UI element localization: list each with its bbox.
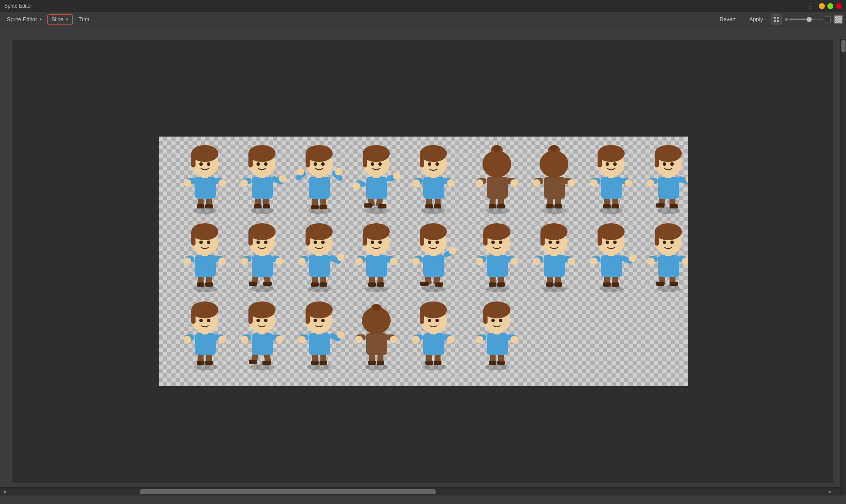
- svg-rect-23: [254, 204, 262, 208]
- svg-point-66: [371, 162, 374, 166]
- svg-rect-55: [364, 203, 372, 208]
- svg-point-142: [193, 285, 217, 292]
- svg-rect-24: [263, 204, 270, 208]
- svg-point-156: [199, 241, 203, 244]
- svg-point-222: [485, 285, 509, 292]
- svg-rect-243: [544, 255, 565, 277]
- svg-point-141: [670, 162, 674, 166]
- svg-point-61: [393, 172, 400, 180]
- svg-point-150: [184, 257, 191, 265]
- svg-rect-321: [311, 361, 319, 365]
- svg-point-135: [647, 179, 654, 187]
- svg-rect-337: [368, 361, 376, 365]
- alpha-button[interactable]: [834, 15, 843, 24]
- svg-point-172: [256, 241, 260, 244]
- svg-point-157: [207, 241, 210, 244]
- svg-point-302: [251, 364, 274, 370]
- svg-rect-39: [311, 205, 319, 209]
- toolbar-right: Revert Apply: [714, 14, 843, 25]
- svg-rect-350: [425, 361, 433, 365]
- zoom-slider[interactable]: [789, 19, 823, 20]
- color-swatch[interactable]: [825, 16, 831, 22]
- svg-point-124: [606, 162, 609, 166]
- svg-rect-242: [554, 282, 562, 287]
- svg-rect-123: [598, 153, 602, 167]
- svg-rect-227: [487, 255, 508, 277]
- grid-view-button[interactable]: [772, 14, 782, 25]
- svg-point-205: [378, 241, 382, 244]
- vertical-scroll-thumb[interactable]: [841, 40, 846, 52]
- svg-point-82: [428, 162, 431, 166]
- sprite-canvas[interactable]: [159, 137, 688, 386]
- svg-rect-147: [195, 255, 216, 277]
- apply-button[interactable]: Apply: [744, 14, 768, 25]
- title-bar: Sprite Editor ⋮: [0, 0, 846, 12]
- svg-rect-115: [601, 177, 622, 199]
- svg-rect-35: [259, 171, 265, 178]
- horizontal-scrollbar[interactable]: ◀ ▶: [0, 487, 840, 496]
- svg-point-333: [321, 319, 325, 322]
- svg-rect-130: [670, 204, 678, 208]
- svg-rect-71: [425, 204, 433, 208]
- svg-point-182: [337, 253, 344, 261]
- vertical-scrollbar[interactable]: ▲ ▼: [840, 39, 846, 496]
- svg-point-377: [491, 319, 495, 322]
- svg-rect-145: [197, 282, 204, 287]
- svg-point-318: [308, 364, 331, 370]
- svg-rect-331: [306, 309, 310, 324]
- scroll-right-arrow[interactable]: ▶: [826, 488, 834, 496]
- svg-point-118: [590, 179, 598, 187]
- svg-rect-259: [601, 255, 622, 277]
- svg-point-174: [308, 285, 331, 292]
- svg-rect-360: [420, 309, 424, 324]
- svg-rect-178: [320, 282, 327, 287]
- svg-point-77: [447, 179, 455, 187]
- svg-rect-81: [420, 153, 424, 167]
- svg-rect-56: [378, 204, 386, 208]
- svg-rect-113: [603, 204, 611, 208]
- svg-point-151: [218, 257, 226, 265]
- svg-rect-338: [377, 361, 384, 365]
- svg-rect-87: [489, 204, 496, 208]
- svg-point-294: [184, 336, 191, 343]
- svg-point-96: [493, 145, 500, 152]
- close-button[interactable]: [836, 3, 842, 9]
- maximize-button[interactable]: [827, 3, 833, 9]
- svg-point-76: [412, 179, 420, 187]
- scroll-left-arrow[interactable]: ◀: [0, 488, 8, 496]
- svg-point-334: [365, 364, 389, 370]
- horizontal-scroll-thumb[interactable]: [140, 489, 436, 494]
- svg-rect-323: [309, 333, 330, 355]
- svg-point-50: [314, 162, 317, 166]
- svg-rect-129: [656, 203, 664, 208]
- svg-rect-162: [263, 282, 272, 286]
- svg-point-326: [337, 331, 344, 339]
- svg-point-34: [264, 162, 267, 166]
- revert-button[interactable]: Revert: [714, 14, 741, 25]
- svg-point-246: [533, 257, 540, 265]
- svg-rect-32: [248, 153, 253, 167]
- svg-rect-210: [435, 282, 443, 287]
- svg-point-355: [412, 336, 420, 343]
- svg-rect-209: [420, 282, 429, 286]
- trim-button[interactable]: Trim: [74, 14, 94, 25]
- svg-rect-9: [195, 177, 216, 199]
- svg-point-188: [314, 241, 317, 244]
- main-area: ▲ ▼ ◀ ▶: [0, 27, 846, 496]
- svg-rect-226: [497, 282, 505, 287]
- svg-rect-40: [320, 205, 327, 209]
- minimize-button[interactable]: [819, 3, 825, 9]
- svg-point-362: [435, 319, 439, 322]
- sprite-editor-dropdown[interactable]: Sprite Editor ▼: [3, 14, 46, 25]
- svg-point-253: [556, 241, 559, 244]
- zoom-slider-container: [785, 16, 831, 22]
- svg-point-173: [264, 241, 267, 244]
- svg-rect-100: [546, 204, 554, 208]
- svg-point-167: [276, 257, 283, 265]
- svg-rect-187: [306, 231, 310, 246]
- svg-rect-274: [670, 282, 678, 286]
- svg-point-119: [625, 179, 632, 187]
- svg-rect-283: [655, 231, 659, 246]
- slice-dropdown[interactable]: Slice ▼: [47, 14, 72, 25]
- svg-rect-351: [434, 361, 441, 365]
